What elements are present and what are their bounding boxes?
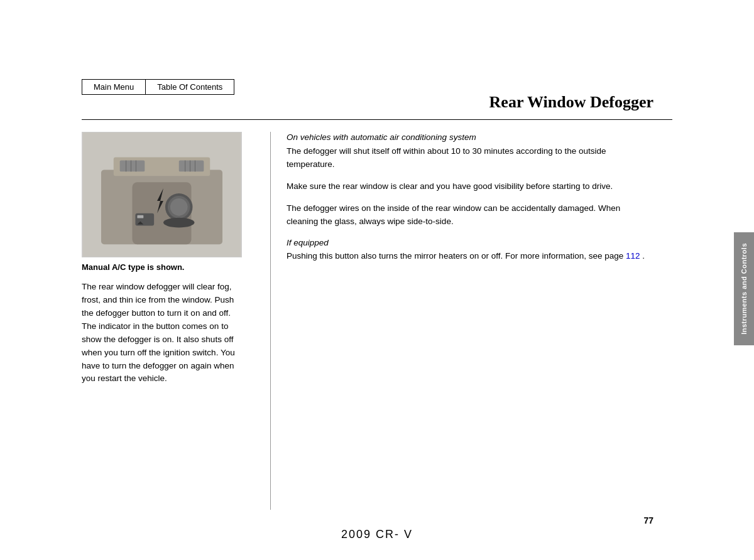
- content-area: Manual A/C type is shown. The rear windo…: [82, 132, 653, 510]
- svg-rect-13: [179, 161, 204, 172]
- svg-rect-12: [120, 161, 145, 172]
- image-caption: Manual A/C type is shown.: [82, 262, 245, 272]
- top-rule: [82, 119, 672, 120]
- main-menu-button[interactable]: Main Menu: [82, 79, 145, 95]
- page-title: Rear Window Defogger: [489, 93, 653, 112]
- page-number: 77: [643, 515, 653, 525]
- toc-button[interactable]: Table Of Contents: [145, 79, 234, 95]
- top-nav: Main Menu Table Of Contents: [82, 79, 234, 95]
- equipped-heading: If equipped: [287, 237, 653, 249]
- page-wrapper: Main Menu Table Of Contents Rear Window …: [0, 0, 754, 560]
- svg-point-7: [163, 218, 195, 228]
- mirror-paragraph: Pushing this button also turns the mirro…: [287, 250, 653, 263]
- right-column: On vehicles with automatic air condition…: [283, 132, 653, 510]
- vertical-divider: [270, 132, 271, 510]
- left-column: Manual A/C type is shown. The rear windo…: [82, 132, 258, 510]
- side-tab: Instruments and Controls: [734, 232, 754, 345]
- ac-heading: On vehicles with automatic air condition…: [287, 132, 653, 144]
- svg-point-6: [170, 198, 188, 216]
- left-body-text: The rear window defogger will clear fog,…: [82, 281, 245, 385]
- car-image: [82, 132, 242, 257]
- wires-paragraph: The defogger wires on the inside of the …: [287, 202, 653, 229]
- mirror-text-post: .: [640, 251, 645, 261]
- svg-rect-9: [137, 215, 143, 218]
- side-tab-label: Instruments and Controls: [740, 243, 748, 335]
- visibility-paragraph: Make sure the rear window is clear and y…: [287, 180, 653, 193]
- ac-paragraph: The defogger will shut itself off within…: [287, 145, 653, 171]
- page-link[interactable]: 112: [626, 251, 640, 261]
- mirror-text-pre: Pushing this button also turns the mirro…: [287, 251, 626, 261]
- footer-text: 2009 CR- V: [341, 528, 413, 541]
